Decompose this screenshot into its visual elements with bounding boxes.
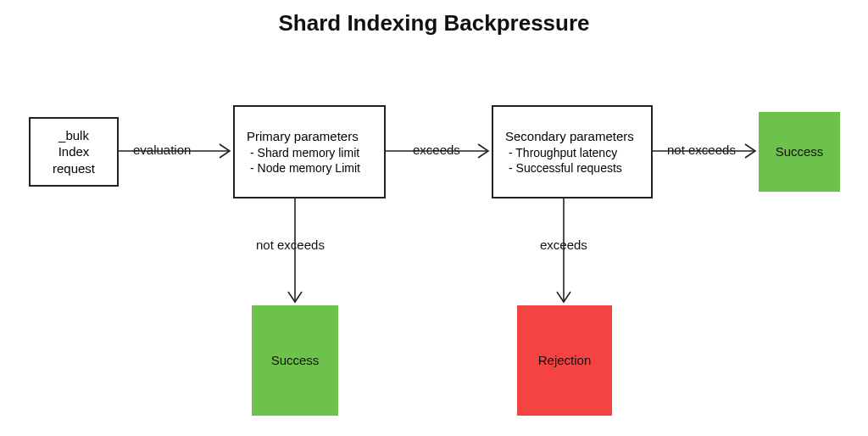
text: Secondary parameters: [505, 128, 634, 145]
text: Success: [271, 352, 320, 369]
text: request: [53, 160, 95, 177]
arrows-layer: [0, 0, 868, 436]
node-success-right: Success: [759, 112, 840, 192]
text: - Successful requests: [505, 160, 622, 176]
edge-label-not-exceeds-right: not exceeds: [665, 143, 737, 157]
node-rejection: Rejection: [517, 305, 612, 416]
text: - Throughput latency: [505, 145, 617, 160]
text: - Node memory Limit: [247, 160, 360, 176]
text: Index: [58, 143, 90, 160]
text: Primary parameters: [247, 128, 359, 145]
text: - Shard memory limit: [247, 145, 359, 160]
edge-label-evaluation: evaluation: [131, 143, 192, 157]
node-secondary-parameters: Secondary parameters - Throughput latenc…: [492, 105, 653, 198]
text: Success: [776, 143, 824, 160]
text: Rejection: [538, 352, 592, 369]
node-primary-parameters: Primary parameters - Shard memory limit …: [233, 105, 386, 198]
edge-label-exceeds-down: exceeds: [538, 238, 589, 252]
diagram-title: Shard Indexing Backpressure: [0, 10, 868, 36]
node-bulk-request: _bulk Index request: [29, 117, 119, 187]
node-success-below-primary: Success: [252, 305, 338, 416]
edge-label-not-exceeds-down: not exceeds: [254, 238, 326, 252]
text: _bulk: [58, 127, 89, 144]
edge-label-exceeds-right: exceeds: [411, 143, 462, 157]
